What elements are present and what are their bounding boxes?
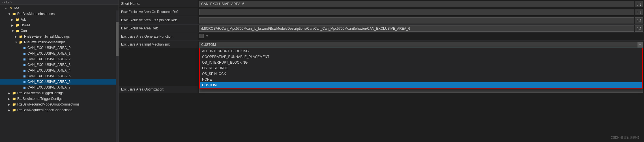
impl-mechanism-dropdown-arrow-icon: ▼ [637,42,643,48]
os-spinlock-label: Bsw Exclusive Area Os Spinlock Ref: [119,16,198,24]
tree-item-triggconn[interactable]: ▶ 📁 RteBswRequiredTriggerConnections [0,107,116,113]
dropdown-option-cooperative[interactable]: COOPERATIVE_RUNNABLE_PLACEMENT [200,54,642,60]
tree-label-eventmappings: RteBswEventToTaskMappings [24,35,70,38]
short-name-input[interactable] [199,1,634,7]
os-spinlock-value-container: [...] [198,16,644,24]
main-container: <Filter> ▼ ⚙ Rte ▼ 📁 RteBswModuleInstanc… [0,0,644,142]
tree-arrow-rtebswmoduleinstances: ▼ [8,12,12,16]
impl-mechanism-row: Exclusive Area Impl Mechanism: CUSTOM ▼ … [119,41,644,49]
item-icon-area4: ◼ [22,68,27,73]
tree-item-bswm[interactable]: ▶ 📁 BswM [0,22,116,28]
short-name-label: Short Name: [119,0,198,7]
tree-arrow-exclusiveareaimpl: ▼ [15,41,19,44]
optimization-label: Exclusive Area Optimization: [119,86,198,93]
bsw-ref-label: Bsw Exclusive Area Ref: [119,25,198,32]
scroll-thumb[interactable] [116,22,119,56]
os-spinlock-browse-button[interactable]: [...] [635,17,643,23]
bsw-ref-value-container: [...] [198,25,644,33]
item-icon-area3: ◼ [22,63,27,67]
folder-icon-rtebswmoduleinstances: 📁 [12,12,16,16]
generate-value-container: ⬛ ▼ [198,33,644,39]
impl-mechanism-selected-value: CUSTOM [199,43,637,47]
filter-label: <Filter> [2,1,12,4]
tree-item-area6[interactable]: ▶ ◼ CAN_EXCLUSIVE_AREA_6 [0,79,116,85]
short-name-browse-button[interactable]: [...] [635,1,643,7]
item-icon-area7: ◼ [22,85,27,90]
tree-label-internaltrigger: RteBswInternalTriggerConfigs [17,97,63,101]
generate-dropdown-arrow[interactable]: ▼ [205,34,209,38]
tree-label-triggconn: RteBswRequiredTriggerConnections [17,108,72,112]
os-resource-browse-button[interactable]: [...] [635,9,643,15]
rte-icon: ⚙ [8,6,13,10]
impl-mechanism-value-container[interactable]: CUSTOM ▼ ALL_INTERRUPT_BLOCKING COOPERAT… [198,41,644,49]
tree-item-externaltrigger[interactable]: ▶ 📁 RteBswExternalTriggerConfigs [0,90,116,96]
item-icon-area0: ◼ [22,46,27,50]
tree-item-rtebswmoduleinstances[interactable]: ▼ 📁 RteBswModuleInstances [0,11,116,17]
os-resource-input[interactable] [199,9,634,15]
tree-label-area1: CAN_EXCLUSIVE_AREA_1 [27,51,70,55]
tree-item-adc[interactable]: ▶ 📁 Adc [0,17,116,22]
tree-label-bswm: BswM [21,23,30,27]
impl-mechanism-label: Exclusive Area Impl Mechanism: [119,41,198,48]
tree-arrow-bswm: ▶ [11,24,15,27]
tree-label-modegroup: RteBswRequiredModeGroupConnections [17,102,80,106]
tree-item-can[interactable]: ▼ 📁 Can [0,28,116,34]
tree-item-area5[interactable]: ▶ ◼ CAN_EXCLUSIVE_AREA_5 [0,73,116,79]
tree-label-adc: Adc [21,18,27,21]
dropdown-option-none[interactable]: NONE [200,77,642,82]
impl-mechanism-dropdown-wrapper: CUSTOM ▼ ALL_INTERRUPT_BLOCKING COOPERAT… [199,42,643,48]
os-resource-row: Bsw Exclusive Area Os Resource Ref: [...… [119,8,644,16]
item-icon-area6: ◼ [22,79,27,84]
item-icon-area5: ◼ [22,74,27,78]
tree-label-area6: CAN_EXCLUSIVE_AREA_6 [27,80,70,84]
folder-icon-triggconn: 📁 [12,108,16,112]
tree-item-modegroup[interactable]: ▶ 📁 RteBswRequiredModeGroupConnections [0,102,116,107]
dropdown-option-os-resource[interactable]: OS_RESOURCE [200,65,642,71]
folder-icon-externaltrigger: 📁 [12,91,16,95]
os-resource-value-container: [...] [198,8,644,16]
dropdown-option-os-spinlock[interactable]: OS_SPINLOCK [200,71,642,77]
dropdown-option-os-interrupt[interactable]: OS_INTERRUPT_BLOCKING [200,60,642,65]
generate-function-icon: ⬛ [199,34,204,38]
tree-arrow-adc: ▶ [11,18,15,21]
bsw-ref-input[interactable] [199,25,634,32]
os-spinlock-row: Bsw Exclusive Area Os Spinlock Ref: [...… [119,16,644,25]
os-spinlock-input[interactable] [199,17,634,23]
tree-item-area0[interactable]: ▶ ◼ CAN_EXCLUSIVE_AREA_0 [0,45,116,51]
filter-bar: <Filter> [0,0,119,5]
tree-item-exclusiveareaimpl[interactable]: ▼ 📁 RteBswExclusiveAreaImpls [0,39,116,45]
folder-icon-bswm: 📁 [15,23,20,27]
tree-arrow-rte: ▼ [5,7,8,10]
folder-icon-eventmappings: 📁 [19,34,23,39]
tree-item-area7[interactable]: ▶ ◼ CAN_EXCLUSIVE_AREA_7 [0,85,116,90]
tree-arrow-externaltrigger: ▶ [8,92,12,95]
tree-label-area4: CAN_EXCLUSIVE_AREA_4 [27,68,70,72]
tree-item-area2[interactable]: ▶ ◼ CAN_EXCLUSIVE_AREA_2 [0,56,116,62]
bsw-ref-browse-button[interactable]: [...] [635,25,643,32]
tree-arrow-triggconn: ▶ [8,109,12,112]
tree-item-rte[interactable]: ▼ ⚙ Rte [0,5,116,11]
tree-item-eventmappings[interactable]: ▶ 📁 RteBswEventToTaskMappings [0,34,116,39]
folder-icon-modegroup: 📁 [12,102,16,107]
folder-icon-adc: 📁 [15,17,20,22]
tree-item-area4[interactable]: ▶ ◼ CAN_EXCLUSIVE_AREA_4 [0,68,116,73]
generate-row: Exclusive Area Generate Function: ⬛ ▼ [119,33,644,41]
dropdown-option-all-interrupt[interactable]: ALL_INTERRUPT_BLOCKING [200,48,642,54]
tree-item-internaltrigger[interactable]: ▶ 📁 RteBswInternalTriggerConfigs [0,96,116,102]
folder-icon-internaltrigger: 📁 [12,96,16,101]
generate-label: Exclusive Area Generate Function: [119,33,198,40]
tree-arrow-eventmappings: ▶ [15,35,19,38]
tree-label-area3: CAN_EXCLUSIVE_AREA_3 [27,63,70,67]
folder-icon-exclusiveareaimpl: 📁 [19,40,23,44]
impl-mechanism-dropdown-trigger[interactable]: CUSTOM ▼ [199,42,643,48]
scroll-track[interactable] [116,10,119,142]
tree-item-area1[interactable]: ▶ ◼ CAN_EXCLUSIVE_AREA_1 [0,51,116,56]
tree-arrow-area0: ▶ [18,46,22,50]
short-name-row: Short Name: [...] [119,0,644,8]
dropdown-option-custom[interactable]: CUSTOM [200,82,642,88]
tree-label-area0: CAN_EXCLUSIVE_AREA_0 [27,46,70,50]
tree-label-area2: CAN_EXCLUSIVE_AREA_2 [27,57,70,61]
tree-label-rtebswmoduleinstances: RteBswModuleInstances [17,12,55,16]
item-icon-area2: ◼ [22,57,27,61]
tree-item-area3[interactable]: ▶ ◼ CAN_EXCLUSIVE_AREA_3 [0,62,116,68]
